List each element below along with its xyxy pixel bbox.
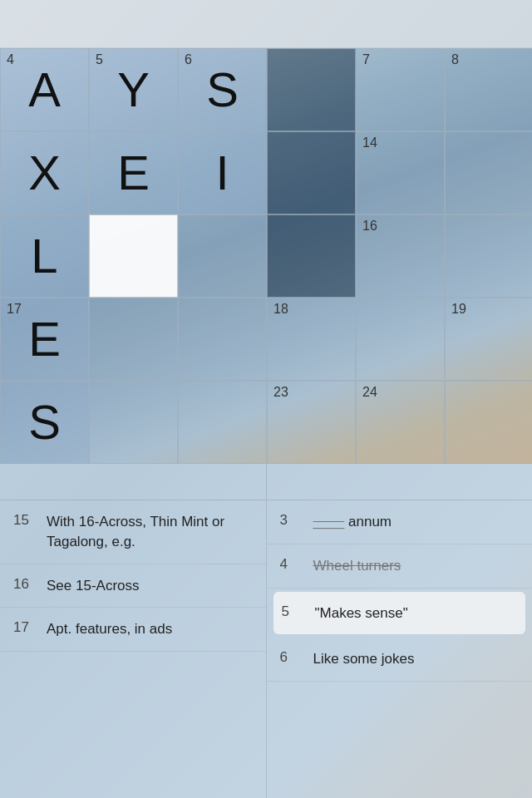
grid-cell-4-5[interactable] <box>445 381 532 464</box>
grid-cell-2-1[interactable] <box>89 214 178 298</box>
across-header <box>0 464 267 500</box>
actions-button[interactable] <box>495 0 532 47</box>
across-clue-15[interactable]: 15With 16-Across, Thin Mint or Tagalong,… <box>0 500 266 564</box>
grid-cell-2-4[interactable]: 16 <box>356 214 445 298</box>
cell-letter: L <box>31 232 57 280</box>
cell-number: 23 <box>273 386 288 399</box>
down-clue-5[interactable]: 5"Makes sense" <box>273 592 526 635</box>
clue-number: 17 <box>13 619 38 639</box>
cell-number: 17 <box>7 303 22 316</box>
clue-text: With 16-Across, Thin Mint or Tagalong, e… <box>47 512 253 552</box>
grid-cell-1-3[interactable] <box>267 131 356 214</box>
down-clue-3[interactable]: 3____ annum <box>267 500 533 544</box>
home-button[interactable] <box>0 0 30 47</box>
cell-number: 19 <box>451 303 466 316</box>
grid-cell-4-1[interactable] <box>89 381 178 464</box>
grid-cell-1-4[interactable]: 14 <box>356 131 445 214</box>
grid-cell-3-1[interactable] <box>89 298 178 381</box>
down-clues-column: 3____ annum4Wheel turners5"Makes sense"6… <box>267 500 533 798</box>
cell-letter: S <box>206 66 239 114</box>
down-header <box>267 464 533 500</box>
navbar <box>0 0 532 48</box>
grid-cell-0-4[interactable]: 7 <box>356 48 445 131</box>
clue-number: 16 <box>13 576 38 596</box>
clue-text: ____ annum <box>313 512 392 532</box>
crossword-grid: 4A5Y6S78XEI14L1617E1819S2324 <box>0 48 532 464</box>
grid-cell-1-5[interactable] <box>445 131 532 214</box>
clue-text: Apt. features, in ads <box>47 619 172 639</box>
cell-letter: X <box>28 149 61 197</box>
grid-cell-0-5[interactable]: 8 <box>445 48 532 131</box>
cell-letter: A <box>28 66 61 114</box>
next-button[interactable] <box>30 0 263 47</box>
grid-cell-4-2[interactable] <box>178 381 267 464</box>
cell-letter: E <box>117 149 150 197</box>
clues-body: 15With 16-Across, Thin Mint or Tagalong,… <box>0 500 532 798</box>
grid-cell-4-4[interactable]: 24 <box>356 381 445 464</box>
grid-cell-3-4[interactable] <box>356 298 445 381</box>
clue-number: 15 <box>13 512 38 552</box>
grid-cell-2-3[interactable] <box>267 214 356 298</box>
crossword-grid-container: 4A5Y6S78XEI14L1617E1819S2324 <box>0 48 532 464</box>
grid-cell-4-3[interactable]: 23 <box>267 381 356 464</box>
across-clues-column: 15With 16-Across, Thin Mint or Tagalong,… <box>0 500 267 798</box>
cell-number: 4 <box>7 53 14 66</box>
grid-cell-3-5[interactable]: 19 <box>445 298 532 381</box>
grid-cell-1-0[interactable]: X <box>0 131 89 214</box>
cell-number: 16 <box>362 219 377 233</box>
cell-number: 24 <box>362 386 377 399</box>
grid-cell-2-2[interactable] <box>178 214 267 298</box>
grid-cell-0-3[interactable] <box>267 48 356 131</box>
cell-number: 14 <box>362 136 377 150</box>
across-button[interactable] <box>263 0 495 47</box>
grid-cell-2-0[interactable]: L <box>0 214 89 298</box>
cell-letter: S <box>28 398 61 446</box>
grid-cell-1-2[interactable]: I <box>178 131 267 214</box>
clue-text: Wheel turners <box>313 556 401 576</box>
down-clue-4[interactable]: 4Wheel turners <box>267 544 533 589</box>
clue-number: 4 <box>280 556 305 576</box>
grid-cell-2-5[interactable] <box>445 214 532 298</box>
clues-header <box>0 464 532 500</box>
grid-cell-4-0[interactable]: S <box>0 381 89 464</box>
cell-number: 5 <box>96 53 103 66</box>
down-clue-6[interactable]: 6Like some jokes <box>267 638 533 682</box>
cell-letter: I <box>215 149 229 197</box>
grid-cell-3-0[interactable]: 17E <box>0 298 89 381</box>
cell-letter: Y <box>117 66 150 114</box>
clue-text: "Makes sense" <box>315 603 408 623</box>
grid-cell-0-1[interactable]: 5Y <box>89 48 178 131</box>
cell-number: 7 <box>362 53 370 66</box>
cell-letter: E <box>28 315 61 363</box>
clue-number: 6 <box>280 649 305 669</box>
clues-section: 15With 16-Across, Thin Mint or Tagalong,… <box>0 464 532 798</box>
grid-cell-0-0[interactable]: 4A <box>0 48 89 131</box>
clue-number: 5 <box>282 603 307 623</box>
clue-text: See 15-Across <box>47 576 140 596</box>
clue-text: Like some jokes <box>313 649 415 669</box>
grid-cell-0-2[interactable]: 6S <box>178 48 267 131</box>
grid-cell-3-2[interactable] <box>178 298 267 381</box>
cell-number: 8 <box>451 53 459 66</box>
cell-number: 6 <box>185 53 192 66</box>
grid-cell-1-1[interactable]: E <box>89 131 178 214</box>
across-clue-16[interactable]: 16See 15-Across <box>0 564 266 608</box>
across-clue-17[interactable]: 17Apt. features, in ads <box>0 608 266 652</box>
cell-number: 18 <box>273 303 288 316</box>
grid-cell-3-3[interactable]: 18 <box>267 298 356 381</box>
clue-number: 3 <box>280 512 305 532</box>
